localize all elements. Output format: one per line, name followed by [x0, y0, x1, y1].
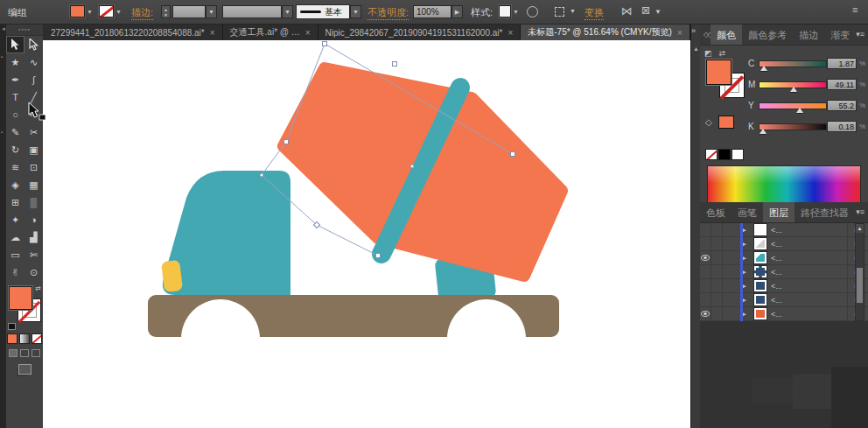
- free-transform-tool[interactable]: ⊡: [24, 158, 43, 176]
- tab-color-guide[interactable]: 颜色参考: [742, 25, 793, 45]
- magic-wand-tool[interactable]: ★: [6, 53, 24, 71]
- column-graph-tool[interactable]: ▟: [24, 228, 43, 246]
- select-similar-arrow[interactable]: ▼: [567, 5, 578, 18]
- layer-thumbnail[interactable]: [754, 308, 766, 319]
- layer-thumbnail[interactable]: [754, 266, 766, 277]
- artboard-tool[interactable]: ▭: [6, 246, 24, 263]
- panel-menu-icon[interactable]: ▾≡: [856, 202, 868, 222]
- lock-cell[interactable]: [711, 307, 723, 321]
- visibility-cell[interactable]: [700, 223, 711, 237]
- eye-icon[interactable]: [701, 311, 710, 317]
- screen-mode-icon[interactable]: [18, 364, 32, 375]
- truck-cab-shape[interactable]: [163, 171, 290, 295]
- shape-builder-tool[interactable]: ◈: [6, 176, 24, 193]
- document-tab[interactable]: 27299441_20180613220208854088.ai* ×: [44, 25, 223, 40]
- variable-width-profile-field[interactable]: [222, 5, 282, 18]
- layer-row[interactable]: ▶ <... ◎: [700, 307, 868, 321]
- blend-tool[interactable]: ◑: [24, 211, 43, 228]
- align-icon[interactable]: ⋈: [621, 4, 633, 18]
- slider-thumb[interactable]: [796, 108, 803, 113]
- layer-label[interactable]: <...: [771, 226, 847, 235]
- lock-cell[interactable]: [711, 237, 723, 251]
- collapse-panels-icon[interactable]: »: [691, 26, 696, 35]
- layer-row[interactable]: ▶ <... ◎: [700, 223, 868, 237]
- layer-row[interactable]: ▶ <... ◎: [700, 265, 868, 279]
- stroke-weight-field[interactable]: [172, 5, 206, 18]
- layer-label[interactable]: <...: [771, 310, 847, 319]
- stroke-label[interactable]: 描边:: [131, 6, 153, 20]
- default-fill-stroke-icon[interactable]: [8, 323, 16, 330]
- select-similar-icon[interactable]: [555, 7, 564, 17]
- fill-indicator[interactable]: [9, 286, 32, 310]
- visibility-cell[interactable]: [700, 237, 711, 251]
- black-swatch[interactable]: [718, 149, 731, 160]
- slider-thumb[interactable]: [760, 129, 766, 134]
- tab-gradient[interactable]: 渐变: [824, 25, 856, 45]
- mesh-tool[interactable]: ⊞: [6, 193, 24, 211]
- gradient-tool[interactable]: ▒: [24, 193, 43, 211]
- tab-brushes[interactable]: 画笔: [732, 202, 763, 222]
- close-icon[interactable]: ×: [677, 28, 682, 38]
- opacity-arrow[interactable]: ▶: [452, 5, 463, 18]
- layer-thumbnail[interactable]: [754, 238, 766, 249]
- channel-slider-y[interactable]: [759, 102, 827, 109]
- layer-thumbnail[interactable]: [754, 252, 766, 263]
- scrollbar-thumb[interactable]: [857, 268, 863, 303]
- close-icon[interactable]: ×: [508, 28, 513, 38]
- chevron-down-icon[interactable]: ▼: [654, 8, 662, 16]
- transform-link[interactable]: 变换: [584, 6, 604, 20]
- draw-behind-icon[interactable]: [20, 349, 29, 357]
- artboard-canvas[interactable]: [43, 40, 690, 428]
- color-button[interactable]: [7, 333, 18, 344]
- layer-label[interactable]: <...: [771, 282, 847, 291]
- isolate-icon[interactable]: ⊠: [641, 4, 650, 17]
- channel-slider-c[interactable]: [759, 60, 827, 67]
- none-button[interactable]: [32, 333, 42, 344]
- panel-menu-icon[interactable]: ≡: [852, 4, 858, 15]
- anchor-handle[interactable]: [393, 62, 397, 67]
- channel-value[interactable]: 49.11: [827, 79, 857, 90]
- lock-cell[interactable]: [711, 293, 723, 307]
- layer-thumbnail[interactable]: [754, 224, 766, 235]
- channel-value[interactable]: 1.87: [827, 58, 857, 69]
- channel-slider-k[interactable]: [759, 123, 827, 130]
- layer-row[interactable]: ▶ <... ◎: [700, 279, 868, 293]
- gamut-color-swatch[interactable]: [718, 116, 734, 129]
- expand-triangle-icon[interactable]: ▶: [723, 297, 749, 304]
- dock-triangle-icon[interactable]: ▲: [693, 46, 699, 52]
- slice-tool[interactable]: ✄: [24, 246, 43, 263]
- tab-stroke[interactable]: 描边: [793, 25, 824, 45]
- expand-triangle-icon[interactable]: ▶: [723, 283, 749, 290]
- visibility-cell[interactable]: [700, 293, 711, 307]
- ellipse-tool[interactable]: ○: [6, 106, 24, 123]
- profile-dropdown-arrow[interactable]: ▼: [282, 5, 293, 18]
- swap-fill-stroke-icon[interactable]: ⇄: [719, 49, 726, 58]
- layer-row[interactable]: ▶ <... ◎: [700, 237, 868, 251]
- selection-tool[interactable]: [6, 36, 24, 53]
- fill-color-dropdown[interactable]: ▼: [70, 5, 93, 18]
- out-of-gamut-icon[interactable]: ◇: [705, 117, 712, 127]
- tab-color[interactable]: 颜色: [710, 25, 742, 45]
- stroke-weight-stepper[interactable]: ▲▼: [161, 5, 171, 18]
- layer-label[interactable]: <...: [771, 296, 847, 305]
- layer-label[interactable]: <...: [771, 254, 847, 263]
- width-tool[interactable]: ≋: [6, 158, 24, 176]
- anchor-point[interactable]: [260, 173, 263, 177]
- lock-cell[interactable]: [711, 265, 723, 279]
- pencil-tool[interactable]: ✎: [6, 123, 24, 141]
- channel-value[interactable]: 0.18: [827, 121, 857, 132]
- type-tool[interactable]: T: [6, 88, 24, 106]
- layers-scrollbar[interactable]: ▲: [855, 223, 864, 321]
- anchor-handle[interactable]: [323, 42, 327, 46]
- style-dropdown[interactable]: ▼: [499, 5, 519, 18]
- visibility-cell[interactable]: [700, 251, 711, 265]
- anchor-handle[interactable]: [376, 254, 381, 258]
- brush-dropdown-arrow[interactable]: ▼: [350, 5, 361, 18]
- expand-triangle-icon[interactable]: ▶: [723, 269, 749, 276]
- scroll-up-icon[interactable]: ▲: [856, 224, 864, 233]
- gradient-button[interactable]: [19, 333, 30, 344]
- style-swatch[interactable]: [499, 5, 511, 18]
- lock-cell[interactable]: [711, 251, 723, 265]
- layer-label[interactable]: <...: [771, 240, 847, 249]
- fill-color-swatch[interactable]: [70, 5, 85, 18]
